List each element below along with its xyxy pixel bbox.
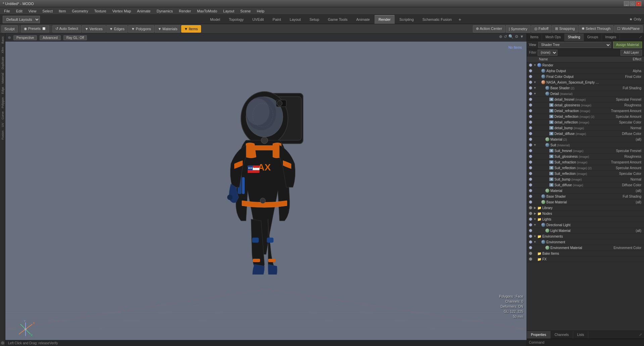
expand-arrow[interactable]: ▼ xyxy=(533,63,537,67)
tree-row[interactable]: ▼Suit (Material) xyxy=(527,142,644,148)
tab-scripting[interactable]: Scripting xyxy=(395,15,418,24)
view-dropdown[interactable]: Shader Tree xyxy=(538,42,611,48)
expand-arrow[interactable]: ▼ xyxy=(533,240,537,244)
tree-row[interactable]: ▼NASA_Axiom_Spacesuit_Empty (3) (Item) xyxy=(527,80,644,85)
tree-row[interactable]: 📁Bake Items xyxy=(527,251,644,256)
filter-dropdown[interactable]: (none) xyxy=(538,50,557,56)
visibility-toggle[interactable] xyxy=(528,63,533,67)
expand-arrow[interactable]: ▼ xyxy=(533,223,537,227)
visibility-toggle[interactable] xyxy=(528,132,533,135)
symmetry-button[interactable]: | Symmetry xyxy=(506,25,530,33)
tree-row[interactable]: ▼📁Lights xyxy=(527,216,644,222)
menu-scene[interactable]: Scene xyxy=(238,8,253,14)
tree-row[interactable]: ▣Suit_refraction (Image)Transparent Amou… xyxy=(527,159,644,165)
tree-row[interactable]: ▣Detail_reflection (Image) (2)Specular A… xyxy=(527,114,644,119)
visibility-toggle[interactable] xyxy=(528,75,533,78)
expand-arrow[interactable]: ▼ xyxy=(533,92,537,95)
visibility-toggle[interactable] xyxy=(528,217,533,221)
menu-maxtomode[interactable]: MaxToModo xyxy=(194,8,220,14)
shader-tree-content[interactable]: ▼RenderAlpha OutputAlphaFinal Color Outp… xyxy=(527,62,644,331)
tree-row[interactable]: ▶📁Nodes xyxy=(527,211,644,216)
menu-select[interactable]: Select xyxy=(40,8,55,14)
left-tab-curve[interactable]: Curve xyxy=(1,110,5,121)
visibility-toggle[interactable] xyxy=(528,155,533,158)
items-button[interactable]: ▼ Items xyxy=(181,25,201,33)
visibility-toggle[interactable] xyxy=(528,195,533,198)
left-tab-material[interactable]: Material xyxy=(1,71,5,85)
visibility-toggle[interactable] xyxy=(528,103,533,107)
visibility-toggle[interactable] xyxy=(528,160,533,164)
viewport[interactable]: Perspective Advanced Ray GL: Off ⊕ ↺ 🔍 ⚙… xyxy=(5,34,527,346)
tree-row[interactable]: ▣Detail_refraction (Image)Transparent Am… xyxy=(527,108,644,114)
presets-button[interactable]: ◉ Presets 🔲 xyxy=(21,25,49,33)
left-tab-basic[interactable]: Basic xyxy=(1,35,5,45)
add-layer-button[interactable]: Add Layer xyxy=(621,50,642,56)
materials-button[interactable]: ▼ Materials xyxy=(155,25,181,33)
visibility-toggle[interactable] xyxy=(528,235,533,238)
visibility-toggle[interactable] xyxy=(528,229,533,232)
menu-render[interactable]: Render xyxy=(176,8,194,14)
menu-vertexmap[interactable]: Vertex Map xyxy=(110,8,134,14)
snapping-button[interactable]: ⊞ Snapping xyxy=(552,25,578,33)
menu-file[interactable]: File xyxy=(1,8,13,14)
tab-meshops[interactable]: Mesh Ops xyxy=(542,34,564,41)
tree-row[interactable]: ▼Render xyxy=(527,62,644,68)
visibility-toggle[interactable] xyxy=(528,69,533,72)
visibility-toggle[interactable] xyxy=(528,206,533,209)
visibility-toggle[interactable] xyxy=(528,240,533,244)
tree-row[interactable]: Material(all) xyxy=(527,188,644,194)
vp-icon-3[interactable]: 🔍 xyxy=(508,34,513,39)
expand-arrow[interactable]: ▼ xyxy=(533,143,537,147)
tab-uvedit[interactable]: UVEdit xyxy=(248,15,268,24)
actioncenter-button[interactable]: ⊕ Action Center xyxy=(473,25,505,33)
visibility-toggle[interactable] xyxy=(528,212,533,215)
maximize-button[interactable]: □ xyxy=(630,1,635,6)
menu-edit[interactable]: Edit xyxy=(13,8,25,14)
menu-geometry[interactable]: Geometry xyxy=(69,8,91,14)
tree-row[interactable]: ▣Suit_diffuse (Image)Diffuse Color xyxy=(527,182,644,188)
vp-icon-5[interactable]: ▼ xyxy=(520,34,524,39)
tab-shading[interactable]: Shading xyxy=(564,34,584,41)
menu-item[interactable]: Item xyxy=(56,8,68,14)
visibility-toggle[interactable] xyxy=(528,143,533,147)
tree-row[interactable]: ▣detail_bump (Image)Normal xyxy=(527,125,644,131)
expand-arrow[interactable]: ▶ xyxy=(533,212,537,215)
visibility-toggle[interactable] xyxy=(528,120,533,124)
visibility-toggle[interactable] xyxy=(528,183,533,187)
btab-lists[interactable]: Lists xyxy=(573,331,589,339)
tree-row[interactable]: ▣Suit_bump (Image)Normal xyxy=(527,177,644,182)
tree-row[interactable]: ▣Detail_diffuse (Image)Diffuse Color xyxy=(527,131,644,137)
tree-row[interactable]: ▼Environment xyxy=(527,239,644,245)
raygl-button[interactable]: Ray GL: Off xyxy=(63,35,87,40)
left-tab-duplicate[interactable]: Duplicate xyxy=(1,55,5,71)
tab-animate[interactable]: Animate xyxy=(352,15,374,24)
advanced-button[interactable]: Advanced xyxy=(40,35,60,40)
tab-render[interactable]: Render xyxy=(375,15,395,24)
assign-material-button[interactable]: Assign Material xyxy=(613,42,642,48)
tree-row[interactable]: ▣Suit_reflection (Image)Specular Color xyxy=(527,171,644,177)
visibility-toggle[interactable] xyxy=(528,138,533,141)
tab-layout[interactable]: Layout xyxy=(286,15,305,24)
visibility-toggle[interactable] xyxy=(528,223,533,227)
tab-model[interactable]: Model xyxy=(206,15,224,24)
visibility-toggle[interactable] xyxy=(528,189,533,192)
visibility-toggle[interactable] xyxy=(528,178,533,181)
menu-animate[interactable]: Animate xyxy=(134,8,153,14)
tab-images[interactable]: Images xyxy=(602,34,620,41)
tree-row[interactable]: Environment MaterialEnvironment Color xyxy=(527,245,644,251)
expand-arrow[interactable]: ▼ xyxy=(533,235,537,238)
tab-setup[interactable]: Setup xyxy=(305,15,323,24)
left-tab-fusion[interactable]: Fusion xyxy=(1,129,5,141)
visibility-toggle[interactable] xyxy=(528,166,533,169)
perspective-button[interactable]: Perspective xyxy=(13,35,37,40)
vp-icon-1[interactable]: ⊕ xyxy=(499,34,502,39)
sculpt-button[interactable]: Sculpt xyxy=(1,25,18,33)
autoselect-button[interactable]: ↺ Auto Select xyxy=(52,25,81,33)
visibility-toggle[interactable] xyxy=(528,92,533,95)
visibility-toggle[interactable] xyxy=(528,246,533,249)
tree-row[interactable]: ▣Suit_fresnel (Image)Specular Fresnel xyxy=(527,148,644,154)
tree-row[interactable]: ▼Detail (Material) xyxy=(527,91,644,97)
tree-row[interactable]: ▣Suit_glossiness (Image)Roughness xyxy=(527,154,644,159)
visibility-toggle[interactable] xyxy=(528,109,533,112)
visibility-toggle[interactable] xyxy=(528,81,533,84)
